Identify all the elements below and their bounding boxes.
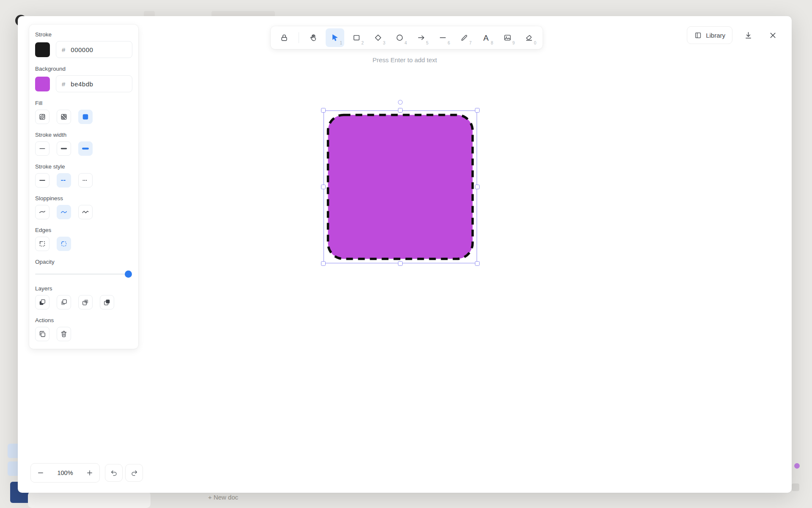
- tool-shortcut: 5: [426, 41, 428, 45]
- opacity-slider-knob[interactable]: [125, 271, 132, 278]
- image-icon: [503, 33, 512, 42]
- stroke-style-dotted-button[interactable]: [78, 173, 93, 188]
- zoom-in-button[interactable]: [82, 466, 97, 480]
- sloppiness-cartoonist-button[interactable]: [78, 205, 93, 219]
- library-icon: [694, 31, 702, 39]
- edges-sharp-button[interactable]: [35, 237, 49, 251]
- delete-button[interactable]: [57, 327, 71, 341]
- tool-hand[interactable]: [304, 28, 323, 47]
- edges-section: Edges: [35, 227, 132, 251]
- duplicate-button[interactable]: [35, 327, 49, 341]
- tool-shortcut: 1: [340, 41, 342, 45]
- selection-handle-nw[interactable]: [321, 108, 326, 113]
- zoom-out-button[interactable]: [33, 466, 48, 480]
- tool-line[interactable]: 6: [433, 28, 452, 47]
- stroke-width-bold-button[interactable]: [57, 141, 71, 156]
- sloppiness-label: Sloppiness: [35, 195, 132, 202]
- stroke-width-extra-bold-button[interactable]: [78, 141, 93, 156]
- send-to-back-button[interactable]: [35, 295, 49, 309]
- tool-shortcut: 4: [404, 41, 407, 45]
- selection-handle-s[interactable]: [398, 261, 403, 266]
- fill-cross-hatch-button[interactable]: [57, 110, 71, 124]
- undo-icon: [110, 469, 118, 477]
- background-panel: [28, 491, 151, 508]
- tool-shortcut: 8: [491, 41, 493, 45]
- stroke-color-swatch[interactable]: [35, 42, 50, 57]
- line-icon: [439, 33, 447, 42]
- zoom-level[interactable]: 100%: [57, 469, 73, 476]
- stroke-style-label: Stroke style: [35, 163, 132, 170]
- toolbar-divider: [299, 32, 299, 43]
- actions-label: Actions: [35, 317, 132, 323]
- lock-icon: [280, 33, 288, 42]
- bring-to-front-button[interactable]: [100, 295, 114, 309]
- selection-handle-n[interactable]: [398, 108, 403, 113]
- tool-ellipse[interactable]: 4: [390, 28, 409, 47]
- stroke-width-thin-button[interactable]: [35, 141, 49, 156]
- library-button[interactable]: Library: [687, 26, 732, 44]
- duplicate-icon: [38, 330, 47, 338]
- undo-button[interactable]: [105, 464, 123, 482]
- selection-handle-sw[interactable]: [321, 261, 326, 266]
- tool-diamond[interactable]: 3: [369, 28, 387, 47]
- hash-prefix: #: [62, 80, 65, 88]
- tool-shortcut: 7: [469, 41, 472, 45]
- opacity-label: Opacity: [35, 259, 132, 265]
- tool-toolbar: 1 2 3 4 5: [271, 26, 543, 49]
- background-color-swatch[interactable]: [35, 77, 50, 91]
- rotation-handle[interactable]: [398, 100, 403, 105]
- tool-draw[interactable]: 7: [455, 28, 474, 47]
- opacity-slider-track[interactable]: [35, 273, 132, 275]
- stroke-style-dashed-button[interactable]: [57, 173, 71, 188]
- background-section: Background # be4bdb: [35, 66, 132, 92]
- hachure-icon: [38, 113, 47, 121]
- tool-lock[interactable]: [275, 28, 294, 47]
- selection-handle-w[interactable]: [321, 185, 326, 189]
- send-backward-icon: [60, 298, 68, 306]
- library-label: Library: [706, 32, 725, 39]
- fill-hachure-button[interactable]: [35, 110, 49, 124]
- sharp-edges-icon: [38, 240, 47, 248]
- selected-shape-rectangle[interactable]: [326, 113, 475, 261]
- artist-icon: [60, 208, 68, 216]
- selection-cursor-icon: [331, 33, 339, 42]
- stroke-style-solid-button[interactable]: [35, 173, 49, 188]
- edges-round-button[interactable]: [57, 237, 71, 251]
- tool-rectangle[interactable]: 2: [347, 28, 366, 47]
- tool-eraser[interactable]: 0: [520, 28, 538, 47]
- tool-shortcut: 6: [447, 41, 450, 45]
- actions-section: Actions: [35, 317, 132, 341]
- pencil-icon: [460, 33, 469, 42]
- whiteboard-modal: Press Enter to add text Stroke # 000000 …: [18, 16, 792, 493]
- selection-handle-e[interactable]: [475, 185, 480, 189]
- eraser-icon: [525, 33, 533, 42]
- new-doc-button[interactable]: + New doc: [208, 494, 238, 501]
- opacity-slider[interactable]: [35, 270, 132, 278]
- stroke-width-section: Stroke width: [35, 132, 132, 156]
- tool-image[interactable]: 9: [498, 28, 517, 47]
- export-button[interactable]: [739, 26, 757, 44]
- plus-icon: [86, 469, 93, 477]
- tool-arrow[interactable]: 5: [412, 28, 431, 47]
- send-backward-button[interactable]: [57, 295, 71, 309]
- trash-icon: [60, 330, 68, 338]
- solid-fill-icon: [81, 113, 90, 121]
- sloppiness-artist-button[interactable]: [57, 205, 71, 219]
- fill-solid-button[interactable]: [78, 110, 93, 124]
- send-to-back-icon: [38, 298, 47, 306]
- background-hex-value: be4bdb: [71, 80, 93, 88]
- stroke-hex-input[interactable]: # 000000: [56, 41, 132, 58]
- selection-handle-se[interactable]: [475, 261, 480, 266]
- selection-handle-ne[interactable]: [475, 108, 480, 113]
- close-button[interactable]: [764, 26, 782, 44]
- tool-text[interactable]: A 8: [477, 28, 495, 47]
- bring-forward-button[interactable]: [78, 295, 93, 309]
- redo-button[interactable]: [125, 464, 143, 482]
- zoom-controls: 100%: [30, 463, 100, 483]
- tool-selection[interactable]: 1: [326, 28, 344, 47]
- bring-forward-icon: [81, 298, 90, 306]
- sloppiness-architect-button[interactable]: [35, 205, 49, 219]
- background-hex-input[interactable]: # be4bdb: [56, 75, 132, 92]
- round-edges-icon: [60, 240, 68, 248]
- background-label: Background: [35, 66, 132, 72]
